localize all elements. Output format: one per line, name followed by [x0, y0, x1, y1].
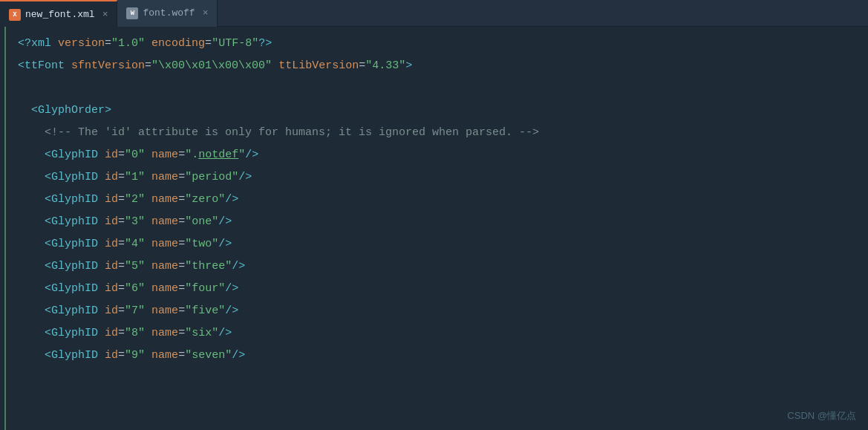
tab-label-woff: font.woff [143, 7, 195, 19]
code-line-15: <GlyphID id="9" name="seven"/> [18, 345, 868, 367]
tab-bar: X new_font.xml × W font.woff × [0, 0, 868, 27]
watermark: CSDN @懂亿点 [787, 409, 856, 423]
left-gutter [0, 27, 6, 430]
code-line-14: <GlyphID id="8" name="six"/> [18, 322, 868, 345]
tab-font-woff[interactable]: W font.woff × [117, 0, 218, 27]
code-line-9: <GlyphID id="3" name="one"/> [18, 211, 868, 233]
xml-file-icon: X [9, 9, 21, 21]
code-line-11: <GlyphID id="5" name="three"/> [18, 255, 868, 278]
code-line-7: <GlyphID id="1" name="period"/> [18, 166, 868, 189]
code-line-6: <GlyphID id="0" name=".notdef"/> [18, 144, 868, 166]
code-line-10: <GlyphID id="4" name="two"/> [18, 233, 868, 255]
tab-close-woff[interactable]: × [203, 7, 209, 19]
woff-file-icon: W [126, 7, 138, 19]
code-line-3 [18, 77, 868, 100]
tab-label-xml: new_font.xml [25, 9, 95, 20]
code-line-5: <!-- The 'id' attribute is only for huma… [18, 122, 868, 144]
code-container[interactable]: <?xml version="1.0" encoding="UTF-8"?> <… [6, 27, 868, 430]
tab-close-xml[interactable]: × [102, 9, 108, 20]
code-line-1: <?xml version="1.0" encoding="UTF-8"?> [18, 33, 868, 55]
editor-area: <?xml version="1.0" encoding="UTF-8"?> <… [0, 27, 868, 430]
code-line-12: <GlyphID id="6" name="four"/> [18, 278, 868, 300]
code-line-13: <GlyphID id="7" name="five"/> [18, 300, 868, 322]
code-line-4: <GlyphOrder> [18, 100, 868, 122]
code-line-8: <GlyphID id="2" name="zero"/> [18, 189, 868, 211]
code-line-2: <ttFont sfntVersion="\x00\x01\x00\x00" t… [18, 55, 868, 77]
tab-new-font-xml[interactable]: X new_font.xml × [0, 0, 117, 27]
